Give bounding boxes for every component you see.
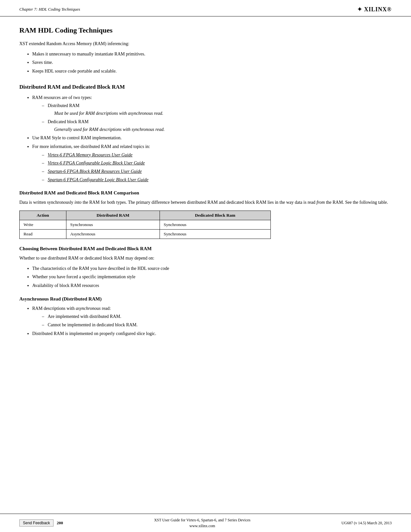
- section1-sub1-note: Must be used for RAM descriptions with a…: [54, 110, 392, 117]
- section1-sub2: Dedicated block RAM Generally used for R…: [42, 118, 392, 133]
- section1-link2[interactable]: Virtex-6 FPGA Configurable Logic Block U…: [42, 160, 392, 167]
- intro-text: XST extended Random Access Memory (RAM) …: [19, 40, 392, 47]
- table-row: Write Synchronous Synchronous: [20, 220, 271, 230]
- section2-para: Data is written synchronously into the R…: [19, 199, 392, 206]
- section4-bullets: RAM descriptions with asynchronous read:…: [32, 305, 392, 337]
- col-header-distributed: Distributed RAM: [66, 211, 160, 220]
- section1-bullet3: For more information, see distributed RA…: [32, 143, 392, 183]
- intro-bullet-list: Makes it unnecessary to manually instant…: [32, 51, 392, 75]
- footer-left: Send Feedback 200: [19, 519, 63, 527]
- section1-link4[interactable]: Spartan-6 FPGA Configurable Logic Block …: [42, 176, 392, 183]
- section1-sub1: Distributed RAM Must be used for RAM des…: [42, 102, 392, 117]
- section1-links: Virtex-6 FPGA Memory Resources User Guid…: [42, 152, 392, 183]
- main-content: RAM HDL Coding Techniques XST extended R…: [0, 16, 411, 366]
- xilinx-logo: ✦ XILINX®: [357, 6, 392, 13]
- table-cell-dedicated-write: Synchronous: [160, 220, 270, 230]
- section4-bullet2: Distributed RAM is implemented on proper…: [32, 330, 392, 337]
- footer-center: XST User Guide for Virtex-6, Spartan-6, …: [154, 517, 250, 529]
- section4-heading: Asynchronous Read (Distributed RAM): [19, 296, 392, 302]
- page-header: Chapter 7: HDL Coding Techniques ✦ XILIN…: [0, 0, 411, 16]
- table-cell-distributed-read: Asynchronous: [66, 230, 160, 239]
- table-header-row: Action Distributed RAM Dedicated Block R…: [20, 211, 271, 220]
- section4-sub1: Are implemented with distributed RAM.: [42, 313, 392, 320]
- col-header-dedicated: Dedicated Block Ram: [160, 211, 270, 220]
- page-footer: Send Feedback 200 XST User Guide for Vir…: [0, 514, 411, 532]
- section3-bullet2: Whether you have forced a specific imple…: [32, 273, 392, 281]
- intro-bullet-1: Makes it unnecessary to manually instant…: [32, 51, 392, 58]
- section3-bullet3: Availability of block RAM resources: [32, 282, 392, 289]
- section4-bullet1: RAM descriptions with asynchronous read:…: [32, 305, 392, 329]
- page-number: 200: [57, 520, 63, 526]
- intro-bullet-2: Saves time.: [32, 59, 392, 66]
- section4-sub2: Cannot be implemented in dedicated block…: [42, 321, 392, 329]
- section1-link1[interactable]: Virtex-6 FPGA Memory Resources User Guid…: [42, 152, 392, 159]
- footer-right: UG687 (v 14.5) March 20, 2013: [341, 521, 392, 526]
- section3-bullets: The characteristics of the RAM you have …: [32, 265, 392, 289]
- section3-para: Whether to use distributed RAM or dedica…: [19, 255, 392, 262]
- section1-sub2-note: Generally used for RAM descriptions with…: [54, 126, 392, 133]
- section4-sub-list: Are implemented with distributed RAM. Ca…: [42, 313, 392, 328]
- section1-sub-list: Distributed RAM Must be used for RAM des…: [42, 102, 392, 133]
- col-header-action: Action: [20, 211, 66, 220]
- table-cell-action-write: Write: [20, 220, 66, 230]
- table-cell-action-read: Read: [20, 230, 66, 239]
- intro-bullet-3: Keeps HDL source code portable and scala…: [32, 68, 392, 75]
- table-row: Read Asynchronous Synchronous: [20, 230, 271, 239]
- section1-bullets: RAM resources are of two types: Distribu…: [32, 94, 392, 183]
- ram-comparison-table: Action Distributed RAM Dedicated Block R…: [19, 211, 271, 239]
- section1-heading: Distributed RAM and Dedicated Block RAM: [19, 84, 392, 90]
- table-cell-dedicated-read: Synchronous: [160, 230, 270, 239]
- send-feedback-button[interactable]: Send Feedback: [19, 519, 54, 527]
- chapter-title: Chapter 7: HDL Coding Techniques: [19, 7, 80, 12]
- section1-bullet1: RAM resources are of two types: Distribu…: [32, 94, 392, 133]
- section1-link3[interactable]: Spartan-6 FPGA Block RAM Resources User …: [42, 168, 392, 175]
- section3-heading: Choosing Between Distributed RAM and Ded…: [19, 246, 392, 251]
- footer-center-line1: XST User Guide for Virtex-6, Spartan-6, …: [154, 517, 250, 523]
- section2-heading: Distributed RAM and Dedicated Block RAM …: [19, 190, 392, 196]
- section3-bullet1: The characteristics of the RAM you have …: [32, 265, 392, 272]
- table-cell-distributed-write: Synchronous: [66, 220, 160, 230]
- footer-center-line2: www.xilinx.com: [154, 523, 250, 529]
- section1-bullet2: Use RAM Style to control RAM implementat…: [32, 134, 392, 142]
- page-main-title: RAM HDL Coding Techniques: [19, 26, 392, 34]
